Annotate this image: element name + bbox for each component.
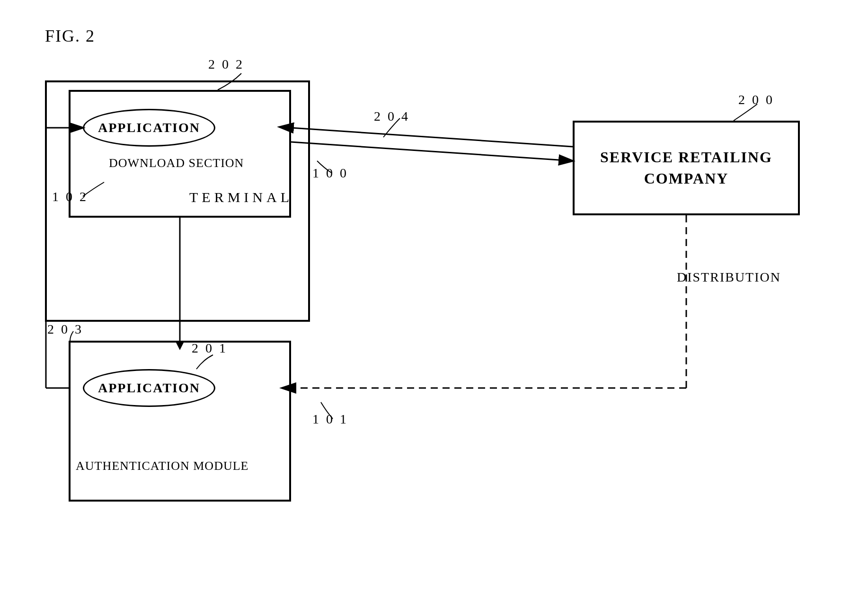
auth-module-label: AUTHENTICATION MODULE xyxy=(76,459,248,473)
download-section-label: DOWNLOAD SECTION xyxy=(109,156,244,170)
application-label-bottom: APPLICATION xyxy=(98,380,200,396)
ref-204: 2 0 4 xyxy=(374,109,410,124)
application-oval-bottom: APPLICATION xyxy=(83,369,215,407)
ref-201: 2 0 1 xyxy=(192,341,228,356)
svg-line-6 xyxy=(291,128,573,147)
service-retailing-box: SERVICE RETAILING COMPANY xyxy=(573,121,800,215)
terminal-label: TERMINAL xyxy=(189,189,293,205)
figure-label: FIG. 2 xyxy=(45,26,95,46)
ref-102: 1 0 2 xyxy=(52,189,88,204)
ref-200: 2 0 0 xyxy=(738,92,774,107)
distribution-label: DISTRIBUTION xyxy=(677,270,781,285)
ref-202: 2 0 2 xyxy=(208,57,244,72)
svg-line-5 xyxy=(291,142,573,161)
ref-101: 1 0 1 xyxy=(312,412,348,427)
application-oval-top: APPLICATION xyxy=(83,109,215,147)
service-retailing-text: SERVICE RETAILING COMPANY xyxy=(600,147,772,189)
ref-203: 2 0 3 xyxy=(47,322,83,337)
ref-100: 1 0 0 xyxy=(312,166,348,181)
application-label-top: APPLICATION xyxy=(98,120,200,135)
diagram: FIG. 2 APPLICATION DOWNLOAD SECTION 1 0 … xyxy=(0,0,868,591)
auth-module-box xyxy=(69,341,291,502)
